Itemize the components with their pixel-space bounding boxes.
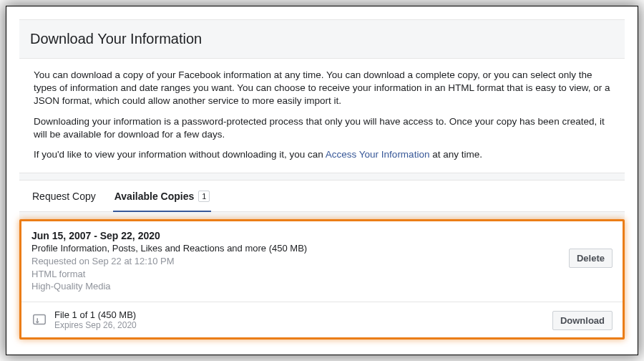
page-header: Download Your Information <box>19 19 625 59</box>
file-title: File 1 of 1 (450 MB) <box>54 309 613 320</box>
access-your-information-link[interactable]: Access Your Information <box>326 149 430 160</box>
available-copy-card: Jun 15, 2007 - Sep 22, 2020 Profile Info… <box>19 219 625 340</box>
download-button[interactable]: Download <box>552 311 613 330</box>
tab-available-label: Available Copies <box>114 191 195 202</box>
intro-paragraph-2: Downloading your information is a passwo… <box>34 115 610 141</box>
file-row: File 1 of 1 (450 MB) Expires Sep 26, 202… <box>21 302 623 337</box>
intro-block: You can download a copy of your Facebook… <box>19 59 625 173</box>
page-title: Download Your Information <box>30 31 614 47</box>
intro-paragraph-1: You can download a copy of your Facebook… <box>34 69 610 108</box>
section-gap <box>19 173 625 180</box>
svg-rect-0 <box>34 315 46 324</box>
intro-paragraph-3: If you'd like to view your information w… <box>34 148 610 161</box>
copy-requested: Requested on Sep 22 at 12:10 PM <box>31 255 613 268</box>
copy-date-range: Jun 15, 2007 - Sep 22, 2020 <box>31 230 613 241</box>
copy-summary: Jun 15, 2007 - Sep 22, 2020 Profile Info… <box>21 221 623 302</box>
file-expires: Expires Sep 26, 2020 <box>54 320 613 330</box>
copy-format: HTML format <box>31 268 613 281</box>
copy-quality: High-Quality Media <box>31 280 613 293</box>
delete-button[interactable]: Delete <box>569 249 613 268</box>
copy-description: Profile Information, Posts, Likes and Re… <box>31 243 613 254</box>
tab-available-copies[interactable]: Available Copies 1 <box>114 180 210 211</box>
file-info: File 1 of 1 (450 MB) Expires Sep 26, 202… <box>54 309 613 330</box>
section-gap-2 <box>19 212 625 219</box>
file-archive-icon <box>31 312 47 327</box>
intro-p3-post: at any time. <box>429 149 482 160</box>
tab-request-copy[interactable]: Request Copy <box>32 180 96 211</box>
tabs-bar: Request Copy Available Copies 1 <box>19 180 625 212</box>
available-count-badge: 1 <box>198 191 210 202</box>
tab-request-label: Request Copy <box>32 191 96 202</box>
intro-p3-pre: If you'd like to view your information w… <box>34 149 326 160</box>
